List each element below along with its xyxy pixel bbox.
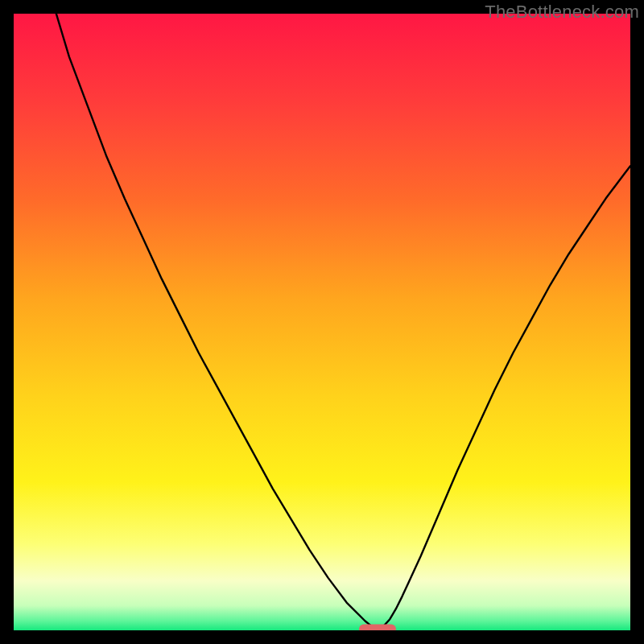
chart-plot-area xyxy=(14,14,630,630)
gradient-background xyxy=(14,14,630,630)
optimal-marker xyxy=(359,624,396,630)
chart-svg xyxy=(14,14,630,630)
watermark-text: TheBottleneck.com xyxy=(485,2,639,23)
